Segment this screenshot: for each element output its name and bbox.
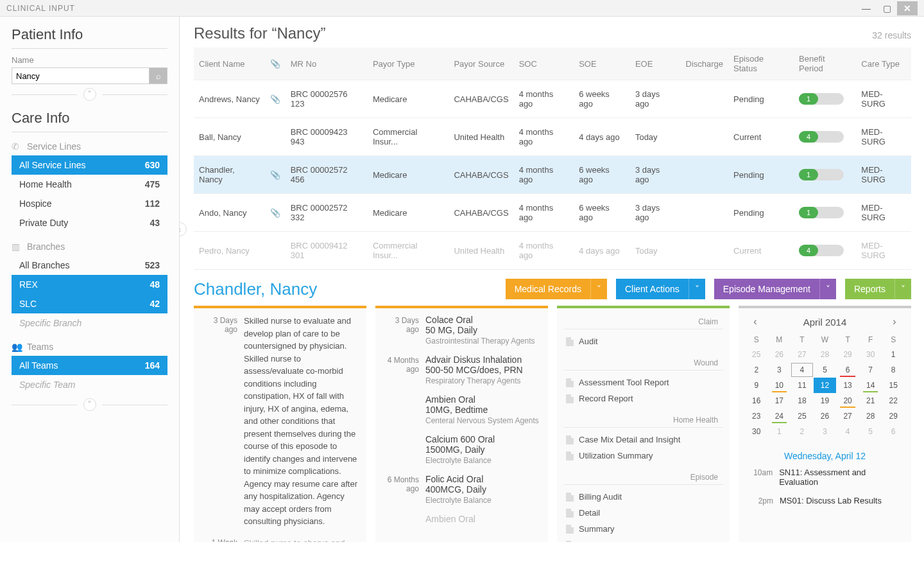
sidebar-item-service-line[interactable]: Hospice112 (12, 194, 167, 213)
calendar-day[interactable]: 26 (814, 408, 837, 424)
calendar-day[interactable]: 24 (768, 408, 791, 424)
report-item[interactable]: Billing Audit (563, 489, 723, 505)
calendar-day[interactable]: 22 (882, 393, 905, 408)
sidebar-item-branch[interactable]: All Branches523 (12, 256, 167, 275)
column-header[interactable]: Discharge (681, 48, 729, 80)
chevron-down-icon[interactable]: ˅ (689, 279, 705, 299)
maximize-button[interactable]: ▢ (877, 1, 897, 15)
name-input[interactable] (12, 67, 150, 84)
calendar-day[interactable]: 5 (814, 362, 837, 378)
column-header[interactable]: EOE (630, 48, 681, 80)
calendar-day[interactable]: 2 (791, 424, 814, 439)
table-row[interactable]: Andrews, Nancy 📎 BRC 00002576 123 Medica… (194, 80, 911, 118)
calendar-day[interactable]: 14 (859, 378, 882, 393)
appointment-entry[interactable]: 10amSN11: Assessment and Evaluation (745, 468, 905, 487)
calendar-day[interactable]: 28 (859, 408, 882, 424)
column-header[interactable]: Care Type (856, 48, 911, 80)
calendar-day[interactable]: 9 (745, 378, 768, 393)
calendar-day[interactable]: 25 (791, 408, 814, 424)
sidebar-item-service-line[interactable]: Home Health475 (12, 175, 167, 194)
calendar-dow: S (745, 333, 768, 347)
calendar-day[interactable]: 13 (836, 378, 859, 393)
minimize-button[interactable]: — (856, 1, 877, 15)
column-header[interactable]: Benefit Period (794, 48, 856, 80)
calendar-day[interactable]: 29 (882, 408, 905, 424)
client-actions-button[interactable]: Client Actions˅ (616, 279, 705, 299)
calendar-day[interactable]: 10 (768, 378, 791, 393)
sidebar-item-service-line[interactable]: All Service Lines630 (12, 155, 167, 175)
medical-records-button[interactable]: Medical Records˅ (506, 279, 607, 299)
calendar-day[interactable]: 12 (814, 378, 837, 393)
calendar-day[interactable]: 6 (836, 362, 859, 378)
table-row[interactable]: Pedro, Nancy BRC 00009412 301 Commercial… (194, 232, 911, 270)
calendar-day[interactable]: 4 (836, 424, 859, 439)
column-header[interactable]: SOC (514, 48, 574, 80)
attachment-icon: 📎 (270, 59, 280, 69)
report-item[interactable]: Audit (563, 333, 723, 349)
sidebar-item-branch[interactable]: SLC42 (12, 294, 167, 313)
column-header[interactable]: Client Name (194, 48, 265, 80)
calendar-day[interactable]: 2 (745, 362, 768, 378)
prev-month-button[interactable]: ‹ (749, 316, 762, 328)
table-row[interactable]: Ball, Nancy BRC 00009423 943 Commercial … (194, 118, 911, 156)
close-button[interactable]: ✕ (897, 1, 918, 15)
expand-patient-info[interactable]: ˅ (12, 88, 167, 101)
report-item[interactable]: Summary (563, 521, 723, 537)
collapse-sidebar-button[interactable]: ‹ (180, 222, 187, 236)
calendar-day[interactable]: 26 (768, 347, 791, 362)
chevron-down-icon[interactable]: ˅ (819, 279, 836, 299)
column-header[interactable]: Payor Type (368, 48, 449, 80)
calendar-day[interactable]: 11 (791, 378, 814, 393)
search-button[interactable]: ⌕ (150, 67, 167, 84)
column-header[interactable]: SOE (574, 48, 630, 80)
specific-team-placeholder[interactable]: Specific Team (12, 375, 167, 394)
report-item[interactable]: Detail (563, 505, 723, 521)
column-header[interactable]: 📎 (265, 48, 286, 80)
calendar-day[interactable]: 28 (814, 347, 837, 362)
column-header[interactable]: Episode Status (728, 48, 794, 80)
report-item[interactable]: Utilization Summary (563, 448, 723, 464)
episode-management-button[interactable]: Episode Management˅ (714, 279, 836, 299)
expand-care-info[interactable]: ˅ (12, 398, 167, 411)
sidebar-item-team[interactable]: All Teams164 (12, 356, 167, 375)
calendar-day[interactable]: 30 (859, 347, 882, 362)
calendar-day[interactable]: 8 (882, 362, 905, 378)
report-item[interactable]: Record Report (563, 390, 723, 407)
specific-branch-placeholder[interactable]: Specific Branch (12, 313, 167, 333)
table-row[interactable]: Chandler, Nancy 📎 BRC 00002572 456 Medic… (194, 156, 911, 194)
calendar-day[interactable]: 29 (836, 347, 859, 362)
calendar-day[interactable]: 21 (859, 393, 882, 408)
calendar-day[interactable]: 3 (814, 424, 837, 439)
calendar-day[interactable]: 1 (882, 347, 905, 362)
column-header[interactable]: Payor Source (449, 48, 513, 80)
calendar-day[interactable]: 15 (882, 378, 905, 393)
report-item[interactable]: Assessment Tool Report (563, 374, 723, 390)
calendar-day[interactable]: 7 (859, 362, 882, 378)
calendar-day[interactable]: 27 (836, 408, 859, 424)
column-header[interactable]: MR No (286, 48, 368, 80)
table-row[interactable]: Ando, Nancy 📎 BRC 00002572 332 Medicare … (194, 194, 911, 232)
reports-button[interactable]: Reports˅ (845, 279, 911, 299)
calendar-day[interactable]: 16 (745, 393, 768, 408)
calendar-day[interactable]: 23 (745, 408, 768, 424)
calendar-day[interactable]: 3 (768, 362, 791, 378)
calendar-day[interactable]: 5 (859, 424, 882, 439)
report-item[interactable]: Visit Summary (563, 537, 723, 542)
sidebar-item-branch[interactable]: REX48 (12, 275, 167, 294)
appointment-entry[interactable]: 2pmMS01: Discuss Lab Results (745, 496, 905, 505)
report-item[interactable]: Case Mix Detail and Insight (563, 432, 723, 448)
calendar-day[interactable]: 4 (791, 362, 814, 378)
calendar-day[interactable]: 19 (814, 393, 837, 408)
chevron-down-icon[interactable]: ˅ (894, 279, 911, 299)
calendar-day[interactable]: 20 (836, 393, 859, 408)
calendar-day[interactable]: 18 (791, 393, 814, 408)
next-month-button[interactable]: › (888, 316, 901, 328)
calendar-day[interactable]: 1 (768, 424, 791, 439)
sidebar-item-service-line[interactable]: Private Duty43 (12, 213, 167, 232)
calendar-day[interactable]: 6 (882, 424, 905, 439)
calendar-day[interactable]: 30 (745, 424, 768, 439)
calendar-day[interactable]: 25 (745, 347, 768, 362)
calendar-day[interactable]: 27 (791, 347, 814, 362)
calendar-day[interactable]: 17 (768, 393, 791, 408)
chevron-down-icon[interactable]: ˅ (590, 279, 607, 299)
